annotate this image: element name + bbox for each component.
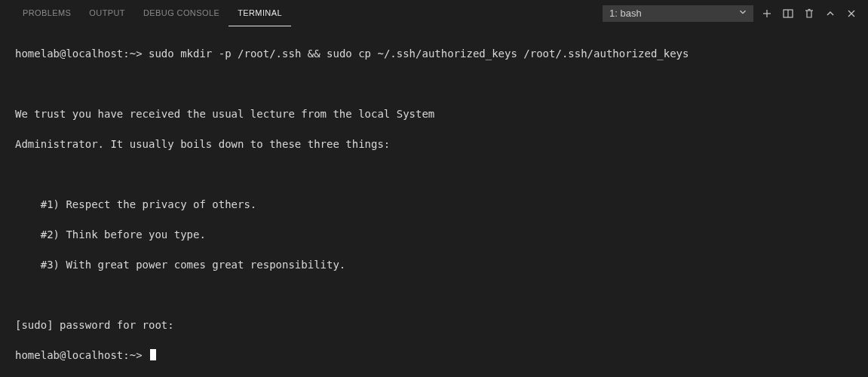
terminal-line: We trust you have received the usual lec…: [15, 106, 853, 121]
terminal-line: [15, 287, 853, 302]
kill-terminal-button[interactable]: [800, 5, 818, 23]
terminal-line: #2) Think before you type.: [15, 227, 853, 242]
terminal-line: [15, 167, 853, 182]
terminal-line: #3) With great power comes great respons…: [15, 257, 853, 272]
terminal-line: Administrator. It usually boils down to …: [15, 136, 853, 152]
plus-icon: [761, 8, 773, 20]
terminal-actions: [758, 5, 860, 23]
tab-debug-console[interactable]: DEBUG CONSOLE: [134, 0, 229, 26]
tab-problems[interactable]: PROBLEMS: [14, 0, 80, 26]
terminal-selector[interactable]: 1: bash: [603, 5, 753, 22]
split-terminal-button[interactable]: [779, 5, 797, 23]
terminal-line: homelab@localhost:~> sudo mkdir -p /root…: [15, 46, 853, 61]
trash-icon: [803, 8, 815, 20]
new-terminal-button[interactable]: [758, 5, 776, 23]
close-panel-button[interactable]: [842, 5, 860, 23]
terminal-selector-label: 1: bash: [609, 8, 642, 19]
terminal-line: #1) Respect the privacy of others.: [15, 197, 853, 212]
chevron-up-icon: [824, 8, 836, 20]
close-icon: [845, 8, 857, 20]
panel-tabs: PROBLEMS OUTPUT DEBUG CONSOLE TERMINAL: [14, 0, 291, 26]
terminal-output[interactable]: homelab@localhost:~> sudo mkdir -p /root…: [0, 26, 868, 377]
tab-output[interactable]: OUTPUT: [80, 0, 134, 26]
chevron-down-icon: [738, 7, 748, 20]
split-icon: [782, 8, 794, 20]
prompt: homelab@localhost:~>: [15, 48, 149, 60]
terminal-line: homelab@localhost:~>: [15, 348, 853, 363]
panel-header: PROBLEMS OUTPUT DEBUG CONSOLE TERMINAL 1…: [0, 0, 868, 26]
terminal-cursor: [150, 349, 156, 360]
terminal-line: [15, 76, 853, 91]
tab-terminal[interactable]: TERMINAL: [229, 0, 291, 26]
terminal-line: [sudo] password for root:: [15, 317, 853, 333]
prompt: homelab@localhost:~>: [15, 349, 149, 361]
maximize-panel-button[interactable]: [821, 5, 839, 23]
command-text: sudo mkdir -p /root/.ssh && sudo cp ~/.s…: [149, 48, 689, 60]
